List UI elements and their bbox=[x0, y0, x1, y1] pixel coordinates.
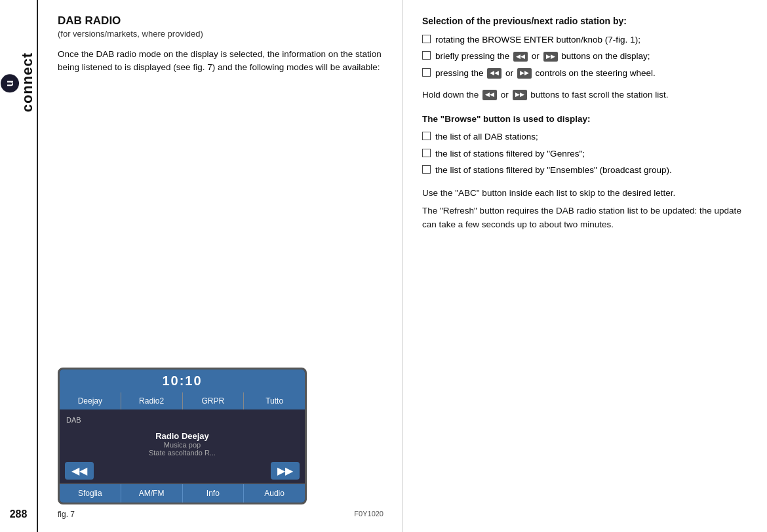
checkbox-icon bbox=[422, 35, 431, 43]
next-button[interactable]: ▶▶ bbox=[271, 462, 300, 480]
checkbox-icon bbox=[422, 132, 431, 140]
body-paragraph: Once the DAB radio mode on the display i… bbox=[58, 48, 384, 75]
subheading: (for versions/markets, where provided) bbox=[58, 29, 384, 39]
main-content: DAB RADIO (for versions/markets, where p… bbox=[38, 0, 767, 532]
bullet-ensembles-text: the list of stations filtered by "Ensemb… bbox=[435, 164, 672, 177]
hold-prev-icon: ◀◀ bbox=[482, 90, 497, 100]
bullet-genres-text: the list of stations filtered by "Genres… bbox=[435, 147, 585, 161]
right-column: Selection of the previous/next radio sta… bbox=[403, 0, 767, 532]
device-mockup: 10:10 Deejay Radio2 GRPR Tutto DAB Radio… bbox=[58, 354, 384, 519]
bottom-tab-amfm[interactable]: AM/FM bbox=[121, 484, 183, 503]
checkbox-icon bbox=[422, 51, 431, 60]
tab-tutto[interactable]: Tutto bbox=[244, 392, 305, 409]
abc-text: Use the "ABC" button inside each list to… bbox=[422, 187, 749, 200]
bullet-rotating: rotating the BROWSE ENTER button/knob (7… bbox=[422, 33, 749, 47]
checkbox-icon bbox=[422, 165, 431, 174]
bottom-tab-info[interactable]: Info bbox=[183, 484, 245, 503]
fig-label: fig. 7 bbox=[58, 510, 75, 519]
page-heading: DAB RADIO bbox=[58, 14, 384, 28]
browse-heading: The "Browse" button is used to display: bbox=[422, 113, 749, 126]
hold-text: Hold down the ◀◀ or ▶▶ buttons to fast s… bbox=[422, 88, 749, 102]
bullet-all-dab: the list of all DAB stations; bbox=[422, 130, 749, 143]
device-genre: Musica pop bbox=[60, 441, 305, 449]
prev-inline-icon2: ◀◀ bbox=[487, 68, 502, 79]
next-inline-icon2: ▶▶ bbox=[517, 68, 532, 79]
bullet-pressing: briefly pressing the ◀◀ or ▶▶ buttons on… bbox=[422, 50, 749, 63]
bullet-all-dab-text: the list of all DAB stations; bbox=[435, 130, 538, 143]
device-state: State ascoltando R... bbox=[60, 449, 305, 457]
bullet-rotating-text: rotating the BROWSE ENTER button/knob (7… bbox=[435, 33, 640, 47]
tab-grpr[interactable]: GRPR bbox=[183, 392, 245, 409]
bullet-steering: pressing the ◀◀ or ▶▶ controls on the st… bbox=[422, 67, 749, 80]
dab-label: DAB bbox=[66, 416, 81, 424]
bullet-pressing-text: briefly pressing the ◀◀ or ▶▶ buttons on… bbox=[435, 50, 650, 63]
station-name: Radio Deejay bbox=[60, 431, 305, 441]
refresh-text: The "Refresh" button requires the DAB ra… bbox=[422, 204, 749, 231]
selection-heading: Selection of the previous/next radio sta… bbox=[422, 14, 749, 28]
tab-radio2[interactable]: Radio2 bbox=[121, 392, 183, 409]
bullet-genres: the list of stations filtered by "Genres… bbox=[422, 147, 749, 161]
logo-icon: u bbox=[1, 74, 19, 92]
device-station-info: Radio Deejay Musica pop State ascoltando… bbox=[60, 428, 305, 459]
prev-inline-icon: ◀◀ bbox=[513, 52, 528, 62]
page-number: 288 bbox=[10, 508, 28, 520]
device-info-row: DAB bbox=[60, 409, 305, 427]
fig-code: F0Y1020 bbox=[354, 510, 384, 519]
device-screen: 10:10 Deejay Radio2 GRPR Tutto DAB Radio… bbox=[58, 368, 307, 504]
bullet-steering-text: pressing the ◀◀ or ▶▶ controls on the st… bbox=[435, 67, 656, 80]
device-controls: ◀◀ ▶▶ bbox=[60, 459, 305, 482]
tab-deejay[interactable]: Deejay bbox=[60, 392, 121, 409]
next-inline-icon: ▶▶ bbox=[543, 52, 558, 62]
bullet-ensembles: the list of stations filtered by "Ensemb… bbox=[422, 164, 749, 177]
logo: u connect bbox=[1, 52, 36, 112]
checkbox-icon bbox=[422, 68, 431, 77]
checkbox-icon bbox=[422, 149, 431, 157]
hold-next-icon: ▶▶ bbox=[513, 90, 527, 100]
device-top-tabs: Deejay Radio2 GRPR Tutto bbox=[60, 392, 305, 409]
left-column: DAB RADIO (for versions/markets, where p… bbox=[38, 0, 403, 532]
figure-caption: fig. 7 F0Y1020 bbox=[58, 510, 384, 519]
device-time: 10:10 bbox=[60, 370, 305, 392]
logo-text: connect bbox=[19, 52, 36, 112]
bottom-tab-audio[interactable]: Audio bbox=[244, 484, 305, 503]
sidebar: u connect 288 bbox=[0, 0, 38, 532]
device-bottom-tabs: Sfoglia AM/FM Info Audio bbox=[60, 484, 305, 503]
bottom-tab-sfoglia[interactable]: Sfoglia bbox=[60, 484, 121, 503]
prev-button[interactable]: ◀◀ bbox=[65, 462, 94, 480]
